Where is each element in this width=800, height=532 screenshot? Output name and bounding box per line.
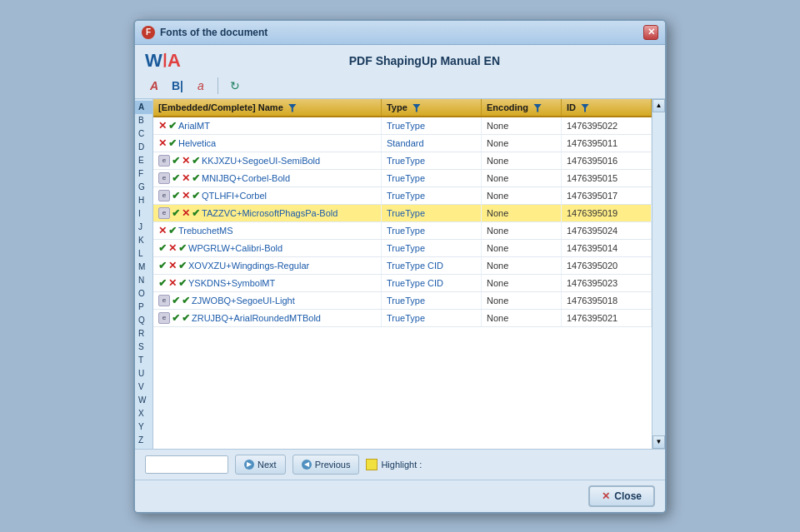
vertical-scrollbar[interactable]: ▲ ▼ [652, 99, 665, 449]
alpha-B[interactable]: B [135, 114, 152, 127]
alpha-D[interactable]: D [135, 141, 152, 154]
alpha-T[interactable]: T [135, 354, 152, 367]
alpha-L[interactable]: L [135, 247, 152, 261]
alpha-Y[interactable]: Y [135, 420, 152, 434]
green-check-icon: ✔ [158, 260, 167, 271]
refresh-tool-icon[interactable]: ↻ [226, 77, 244, 95]
font-name-cell: e✔✕✔KKJXZU+SegoeUI-SemiBold [153, 152, 381, 169]
table-row[interactable]: e✔✔ZJWOBQ+SegoeUI-Light TrueType None 14… [153, 291, 652, 309]
logo-a: A [168, 50, 181, 71]
font-id-cell: 1476395011 [561, 134, 651, 152]
alpha-N[interactable]: N [135, 274, 152, 287]
title-bar: F Fonts of the document ✕ [135, 21, 665, 45]
alpha-K[interactable]: K [135, 234, 152, 247]
font-name: ZRUJBQ+ArialRoundedMTBold [192, 313, 321, 323]
font-type-cell: TrueType [381, 291, 481, 309]
table-row[interactable]: ✕✔TrebuchetMS TrueType None 1476395024 [153, 221, 652, 239]
close-row: ✕ Close [135, 480, 665, 512]
alpha-Q[interactable]: Q [135, 314, 152, 327]
close-window-button[interactable]: ✕ Close [588, 485, 655, 507]
table-row[interactable]: ✕✔Helvetica Standard None 1476395011 [153, 134, 652, 152]
search-input[interactable] [145, 455, 228, 474]
font-id-cell: 1476395024 [561, 221, 651, 239]
alpha-P[interactable]: P [135, 301, 152, 314]
green-check-icon: ✔ [168, 137, 177, 149]
green-check-icon: ✔ [192, 172, 200, 184]
green-check-icon: ✔ [178, 260, 187, 271]
green-check-icon: ✔ [178, 277, 187, 289]
font-encoding-cell: None [481, 117, 561, 135]
table-row[interactable]: e✔✕✔TAZZVC+MicrosoftPhagsPa-Bold TrueTyp… [153, 204, 652, 221]
font-name: WPGRLW+Calibri-Bold [188, 243, 282, 253]
filter-type-icon[interactable] [412, 104, 421, 112]
alpha-M[interactable]: M [135, 261, 152, 274]
font-name: YSKDNS+SymbolMT [188, 278, 275, 288]
book-tool-icon[interactable]: B| [168, 77, 187, 95]
table-row[interactable]: ✕✔ArialMT TrueType None 1476395022 [153, 117, 652, 135]
table-row[interactable]: ✔✕✔WPGRLW+Calibri-Bold TrueType None 147… [153, 239, 652, 256]
filter-encoding-icon[interactable] [533, 104, 542, 112]
font-id-cell: 1476395018 [561, 291, 651, 309]
title-bar-left: F Fonts of the document [142, 26, 268, 39]
font-name: TrebuchetMS [178, 226, 233, 236]
table-row[interactable]: e✔✕✔QTLHFI+Corbel TrueType None 14763950… [153, 186, 652, 204]
table-row[interactable]: e✔✕✔KKJXZU+SegoeUI-SemiBold TrueType Non… [153, 152, 652, 169]
alpha-V[interactable]: V [135, 380, 152, 394]
font-type-cell: TrueType CID [381, 256, 481, 274]
alpha-O[interactable]: O [135, 287, 152, 301]
document-title: PDF ShapingUp Manual EN [194, 54, 655, 67]
alpha-G[interactable]: G [135, 181, 152, 194]
alpha-X[interactable]: X [135, 407, 152, 420]
scroll-up-button[interactable]: ▲ [652, 99, 665, 112]
embed-icon: e [158, 295, 170, 306]
scroll-track[interactable] [652, 112, 665, 435]
font-id-cell: 1476395017 [561, 186, 651, 204]
window-title: Fonts of the document [160, 27, 268, 38]
red-x-icon: ✕ [158, 225, 167, 236]
close-x-icon: ✕ [602, 490, 610, 502]
green-check-icon: ✔ [182, 312, 190, 324]
red-x-icon: ✕ [158, 137, 167, 149]
font-type-cell: TrueType [381, 204, 481, 221]
font-encoding-cell: None [481, 134, 561, 152]
alpha-S[interactable]: S [135, 341, 152, 354]
table-row[interactable]: ✔✕✔YSKDNS+SymbolMT TrueType CID None 147… [153, 274, 652, 291]
next-button[interactable]: ▶ Next [235, 455, 286, 475]
alpha-E[interactable]: E [135, 154, 152, 167]
font-id-cell: 1476395022 [561, 117, 651, 135]
scroll-down-button[interactable]: ▼ [652, 435, 665, 449]
pdf-tool-icon[interactable]: A [145, 77, 163, 95]
alpha-U[interactable]: U [135, 367, 152, 380]
alpha-Z[interactable]: Z [135, 434, 152, 447]
alpha-C[interactable]: C [135, 127, 152, 141]
alpha-A[interactable]: A [135, 101, 152, 114]
font-name: TAZZVC+MicrosoftPhagsPa-Bold [202, 208, 338, 218]
filter-name-icon[interactable] [288, 104, 297, 112]
green-check-icon: ✔ [192, 207, 200, 219]
previous-button[interactable]: ◀ Previous [292, 455, 360, 475]
font-name-cell: e✔✕✔MNIJBQ+Corbel-Bold [153, 169, 381, 186]
red-x-icon: ✕ [168, 260, 177, 271]
table-row[interactable]: e✔✕✔MNIJBQ+Corbel-Bold TrueType None 147… [153, 169, 652, 186]
italic-tool-icon[interactable]: a [192, 77, 210, 95]
alpha-R[interactable]: R [135, 327, 152, 341]
fonts-table-container[interactable]: [Embedded/Complete] Name Type Encoding [153, 99, 652, 449]
logo-w: W [145, 50, 162, 71]
filter-id-icon[interactable] [581, 104, 589, 112]
table-header-row: [Embedded/Complete] Name Type Encoding [153, 99, 652, 117]
table-row[interactable]: e✔✔ZRUJBQ+ArialRoundedMTBold TrueType No… [153, 309, 652, 326]
alpha-H[interactable]: H [135, 194, 152, 207]
col-header-type: Type [381, 99, 481, 117]
green-check-icon: ✔ [168, 225, 177, 236]
alpha-F[interactable]: F [135, 167, 152, 181]
alpha-I[interactable]: I [135, 207, 152, 221]
table-row[interactable]: ✔✕✔XOVXZU+Wingdings-Regular TrueType CID… [153, 256, 652, 274]
font-name-cell: ✕✔Helvetica [153, 134, 381, 152]
title-close-button[interactable]: ✕ [643, 25, 658, 40]
alpha-W[interactable]: W [135, 394, 152, 407]
font-encoding-cell: None [481, 169, 561, 186]
font-name: ArialMT [178, 121, 210, 131]
highlight-icon [366, 459, 378, 470]
alpha-J[interactable]: J [135, 221, 152, 234]
embed-icon: e [158, 207, 170, 219]
